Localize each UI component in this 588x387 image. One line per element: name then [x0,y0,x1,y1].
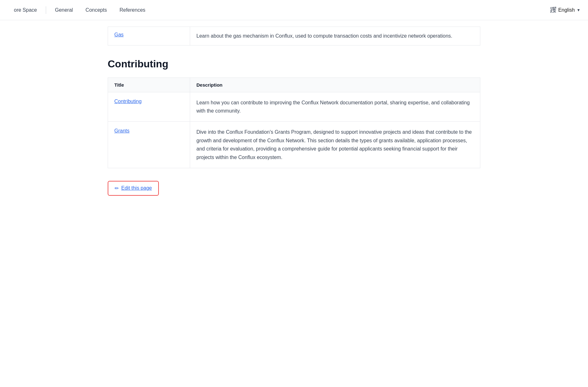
contributing-section: Contributing Title Description Contribut… [108,58,480,168]
pencil-icon: ✏ [115,185,119,191]
contributing-link-1[interactable]: Grants [114,128,129,133]
table-row: Gas Learn about the gas mechanism in Con… [108,27,480,46]
top-navigation: ore Space General Concepts References 躩 … [0,0,588,20]
contributing-table: Title Description ContributingLearn how … [108,77,480,168]
contributing-title: Contributing [108,58,480,70]
gas-description: Learn about the gas mechanism in Conflux… [196,33,452,39]
nav-item-space[interactable]: ore Space [8,0,43,20]
table-row: GrantsDive into the Conflux Foundation's… [108,122,480,168]
nav-items: ore Space General Concepts References [8,0,550,20]
table-header-row: Title Description [108,77,480,92]
contributing-link-0[interactable]: Contributing [114,99,141,104]
table-row: ContributingLearn how you can contribute… [108,92,480,122]
nav-divider [46,6,46,14]
col-description-header: Description [190,77,480,92]
nav-item-concepts[interactable]: Concepts [79,0,113,20]
lang-label: English [558,7,575,13]
col-title-header: Title [108,77,190,92]
edit-page-label: Edit this page [121,185,152,191]
translate-icon: 躩 [550,6,556,14]
gas-table: Gas Learn about the gas mechanism in Con… [108,27,480,46]
contributing-desc-1: Dive into the Conflux Foundation's Grant… [196,129,472,160]
nav-item-references[interactable]: References [113,0,152,20]
nav-item-general[interactable]: General [49,0,79,20]
language-selector[interactable]: 躩 English ▼ [550,6,580,14]
main-content: Gas Learn about the gas mechanism in Con… [89,20,499,215]
gas-link[interactable]: Gas [114,32,123,37]
edit-page-button[interactable]: ✏ Edit this page [108,181,159,196]
contributing-desc-0: Learn how you can contribute to improvin… [196,100,470,114]
chevron-down-icon: ▼ [577,8,580,12]
edit-page-container: ✏ Edit this page [108,181,480,196]
